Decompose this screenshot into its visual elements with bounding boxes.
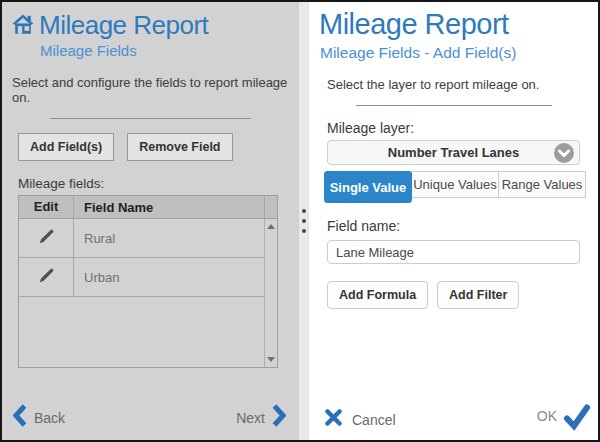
mileage-fields-label: Mileage fields:: [18, 176, 299, 191]
right-button-row: Add Formula Add Filter: [327, 281, 598, 309]
edit-column-header: Edit: [19, 196, 74, 218]
scrollbar-header-cell: [264, 196, 277, 218]
scroll-down-icon[interactable]: [267, 357, 275, 362]
ok-label: OK: [537, 408, 557, 424]
mileage-layer-label: Mileage layer:: [327, 120, 598, 136]
left-divider: [50, 118, 251, 119]
tab-single-value[interactable]: Single Value: [324, 171, 412, 203]
table-header-row: Edit Field Name: [19, 196, 277, 219]
pencil-icon: [38, 267, 55, 288]
remove-field-button[interactable]: Remove Field: [127, 133, 232, 161]
edit-row-button[interactable]: [19, 219, 74, 257]
left-button-row: Add Field(s) Remove Field: [18, 133, 299, 161]
cancel-label: Cancel: [352, 412, 396, 428]
back-label: Back: [34, 410, 65, 426]
right-description: Select the layer to report mileage on.: [327, 77, 598, 92]
chevron-right-icon: [272, 404, 286, 431]
left-description: Select and configure the fields to repor…: [12, 75, 291, 105]
mileage-fields-panel: Mileage Report Mileage Fields Select and…: [2, 2, 299, 440]
next-label: Next: [236, 410, 265, 426]
add-formula-button[interactable]: Add Formula: [327, 281, 428, 309]
tab-unique-values[interactable]: Unique Values: [411, 171, 499, 198]
add-field-panel: Mileage Report Mileage Fields - Add Fiel…: [310, 2, 598, 440]
table-body: Rural Urban: [19, 219, 277, 367]
pencil-icon: [38, 228, 55, 249]
table-row[interactable]: Rural: [19, 219, 264, 258]
field-name-label: Field name:: [327, 218, 598, 234]
add-filter-button[interactable]: Add Filter: [437, 281, 519, 309]
ok-button[interactable]: OK: [537, 403, 591, 435]
field-name-cell: Urban: [74, 258, 264, 296]
page-title: Mileage Report: [39, 10, 208, 41]
next-button[interactable]: Next: [236, 404, 286, 431]
cancel-button[interactable]: Cancel: [325, 409, 396, 430]
home-icon[interactable]: [10, 11, 36, 41]
edit-row-button[interactable]: [19, 258, 74, 296]
chevron-left-icon: [13, 404, 27, 431]
back-button[interactable]: Back: [13, 404, 65, 431]
mileage-layer-dropdown[interactable]: Number Travel Lanes: [327, 140, 580, 165]
scroll-up-icon[interactable]: [267, 224, 275, 229]
right-divider: [356, 105, 552, 106]
field-name-column-header: Field Name: [74, 200, 264, 215]
page-title: Mileage Report: [319, 8, 598, 41]
value-type-tabs: Single Value Unique Values Range Values: [324, 171, 598, 204]
mileage-fields-table: Edit Field Name Rural: [18, 195, 278, 368]
table-row[interactable]: Urban: [19, 258, 264, 297]
check-icon: [563, 403, 591, 435]
pane-splitter[interactable]: [299, 2, 309, 440]
field-name-cell: Rural: [74, 219, 264, 257]
left-title-row: Mileage Report: [10, 10, 299, 41]
page-subtitle: Mileage Fields - Add Field(s): [320, 44, 598, 62]
field-name-input[interactable]: [327, 240, 580, 264]
x-icon: [325, 409, 342, 430]
table-scrollbar[interactable]: [264, 219, 277, 367]
grip-dots-icon: [302, 209, 306, 233]
mileage-report-window: Mileage Report Mileage Fields Select and…: [0, 0, 600, 442]
tab-range-values[interactable]: Range Values: [498, 171, 586, 198]
mileage-layer-value: Number Travel Lanes: [388, 145, 520, 160]
add-fields-button[interactable]: Add Field(s): [18, 133, 114, 161]
page-subtitle: Mileage Fields: [40, 42, 299, 59]
chevron-down-icon[interactable]: [554, 143, 574, 163]
